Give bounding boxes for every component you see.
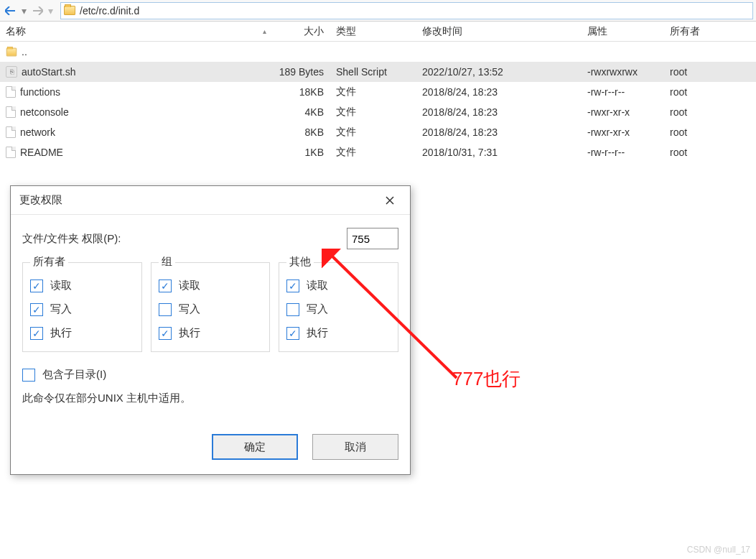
dialog-titlebar: 更改权限 [11, 186, 410, 215]
perm-group-owner: 所有者✓读取✓写入✓执行 [22, 262, 142, 352]
perm-write-label: 写入 [179, 302, 200, 316]
column-header-size[interactable]: 大小 [273, 22, 330, 41]
folder-icon [6, 47, 17, 56]
file-modified: 2018/8/24, 18:23 [416, 122, 582, 142]
dialog-note: 此命令仅在部分UNIX 主机中适用。 [22, 392, 398, 405]
nav-dropdown-icon[interactable]: ▾ [22, 5, 27, 17]
file-icon [6, 106, 16, 118]
perm-other-read-checkbox[interactable]: ✓ [286, 280, 299, 292]
file-type: 文件 [330, 102, 416, 122]
column-header-row: 名称 ▴ 大小 类型 修改时间 属性 所有者 [0, 22, 756, 42]
perm-group-title: 所有者 [30, 255, 68, 269]
folder-icon [64, 6, 75, 15]
parent-dir-label: .. [22, 46, 27, 57]
file-icon [6, 86, 16, 98]
path-text: /etc/rc.d/init.d [80, 5, 139, 17]
file-attr: -rwxrwxrwx [582, 62, 664, 82]
perm-exec-label: 执行 [179, 326, 200, 340]
file-size: 18KB [273, 82, 330, 102]
permissions-dialog: 更改权限 文件/文件夹 权限(P): 所有者✓读取✓写入✓执行组✓读取✓写入✓执… [10, 185, 411, 475]
nav-back-button[interactable] [3, 3, 19, 19]
file-owner: root [664, 82, 736, 102]
permission-field-label: 文件/文件夹 权限(P): [22, 232, 121, 246]
sort-indicator-icon: ▴ [263, 27, 266, 35]
file-size: 1KB [273, 142, 330, 162]
file-attr: -rwxr-xr-x [582, 122, 664, 142]
perm-group-title: 组 [159, 255, 175, 269]
file-owner: root [664, 102, 736, 122]
include-subdirs-label: 包含子目录(I) [42, 368, 106, 382]
file-row[interactable]: netconsole4KB文件2018/8/24, 18:23-rwxr-xr-… [0, 102, 756, 122]
file-type: 文件 [330, 122, 416, 142]
script-file-icon: ⎘ [6, 66, 17, 78]
column-header-name-label: 名称 [6, 25, 26, 38]
perm-group-read-checkbox[interactable]: ✓ [159, 280, 172, 292]
column-header-name[interactable]: 名称 ▴ [0, 22, 273, 41]
nav-forward-dropdown-icon[interactable]: ▾ [48, 5, 53, 17]
file-type: 文件 [330, 82, 416, 102]
perm-other-write-checkbox[interactable]: ✓ [286, 303, 299, 316]
file-name: autoStart.sh [22, 66, 76, 78]
file-icon [6, 147, 16, 158]
perm-other-exec-checkbox[interactable]: ✓ [286, 327, 299, 340]
file-size: 8KB [273, 122, 330, 142]
file-type: 文件 [330, 142, 416, 162]
perm-group-exec-checkbox[interactable]: ✓ [159, 327, 172, 340]
file-list: .. ⎘autoStart.sh189 BytesShell Script202… [0, 42, 756, 162]
file-attr: -rw-r--r-- [582, 142, 664, 162]
file-owner: root [664, 122, 736, 142]
perm-read-label: 读取 [179, 279, 200, 292]
file-modified: 2018/8/24, 18:23 [416, 82, 582, 102]
file-modified: 2022/10/27, 13:52 [416, 62, 582, 82]
permission-input[interactable] [347, 228, 398, 249]
file-icon [6, 126, 16, 138]
file-row[interactable]: network8KB文件2018/8/24, 18:23-rwxr-xr-xro… [0, 122, 756, 142]
perm-owner-read-checkbox[interactable]: ✓ [30, 280, 43, 292]
file-size: 189 Bytes [273, 62, 330, 82]
perm-group-write-checkbox[interactable]: ✓ [159, 303, 172, 316]
file-row[interactable]: functions18KB文件2018/8/24, 18:23-rw-r--r-… [0, 82, 756, 102]
file-attr: -rwxr-xr-x [582, 102, 664, 122]
perm-exec-label: 执行 [50, 326, 72, 340]
file-modified: 2018/8/24, 18:23 [416, 102, 582, 122]
perm-owner-exec-checkbox[interactable]: ✓ [30, 327, 43, 340]
file-name: functions [20, 86, 60, 98]
perm-group-title: 其他 [286, 255, 314, 269]
watermark: CSDN @null_17 [687, 545, 750, 555]
perm-owner-write-checkbox[interactable]: ✓ [30, 303, 43, 316]
file-modified: 2018/10/31, 7:31 [416, 142, 582, 162]
path-bar[interactable]: /etc/rc.d/init.d [60, 2, 753, 19]
column-header-modified[interactable]: 修改时间 [416, 22, 582, 41]
annotation-text: 777也行 [452, 366, 521, 392]
ok-button[interactable]: 确定 [212, 434, 298, 460]
file-name: README [20, 147, 63, 158]
cancel-button[interactable]: 取消 [312, 434, 398, 460]
perm-write-label: 写入 [307, 302, 328, 316]
dialog-close-button[interactable] [378, 190, 401, 211]
file-owner: root [664, 62, 736, 82]
perm-group-other: 其他✓读取✓写入✓执行 [279, 262, 398, 352]
perm-write-label: 写入 [50, 302, 72, 316]
parent-dir-row[interactable]: .. [0, 42, 756, 62]
file-row[interactable]: ⎘autoStart.sh189 BytesShell Script2022/1… [0, 62, 756, 82]
file-size: 4KB [273, 102, 330, 122]
dialog-title: 更改权限 [19, 193, 62, 207]
file-owner: root [664, 142, 736, 162]
perm-read-label: 读取 [50, 279, 72, 292]
nav-forward-button[interactable] [29, 3, 45, 19]
close-icon [386, 196, 394, 205]
include-subdirs-checkbox[interactable]: ✓ [22, 369, 35, 382]
file-name: netconsole [20, 106, 69, 118]
toolbar: ▾ ▾ /etc/rc.d/init.d [0, 0, 756, 22]
file-name: network [20, 126, 55, 138]
perm-exec-label: 执行 [307, 326, 328, 340]
column-header-owner[interactable]: 所有者 [664, 22, 736, 41]
column-header-type[interactable]: 类型 [330, 22, 416, 41]
file-attr: -rw-r--r-- [582, 82, 664, 102]
perm-group-group: 组✓读取✓写入✓执行 [151, 262, 271, 352]
column-header-attr[interactable]: 属性 [582, 22, 664, 41]
perm-read-label: 读取 [307, 279, 328, 292]
file-type: Shell Script [330, 62, 416, 82]
file-row[interactable]: README1KB文件2018/10/31, 7:31-rw-r--r--roo… [0, 142, 756, 162]
